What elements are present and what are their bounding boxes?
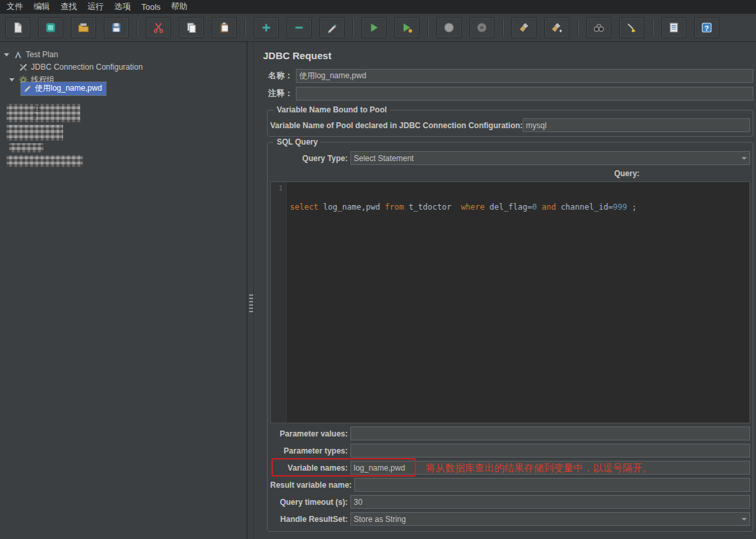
reset-search-button[interactable] <box>619 17 644 38</box>
sql-editor[interactable]: 1 select log_name,pwd from t_tdoctor whe… <box>270 181 750 423</box>
toggle-pencil-icon <box>326 22 338 34</box>
new-file-button[interactable] <box>5 17 30 38</box>
collapse-all-button[interactable] <box>287 17 312 38</box>
line-number: 1 <box>278 184 283 193</box>
redacted-char: 3 <box>33 113 37 120</box>
result-variable-input[interactable] <box>354 478 750 492</box>
toolbar-separator <box>577 19 579 36</box>
redacted-tree-item[interactable]: 任 3 <box>7 104 80 122</box>
menu-bar: 文件 编辑 查找 运行 选项 Tools 帮助 <box>0 0 756 14</box>
toolbar-separator <box>137 19 138 36</box>
menu-help[interactable]: 帮助 <box>166 0 193 14</box>
clear-all-broom-icon <box>551 22 563 34</box>
templates-button[interactable] <box>38 17 63 38</box>
sql-token: channel_id= <box>556 202 613 212</box>
redacted-tree-item[interactable] <box>7 125 63 141</box>
toolbar-separator <box>652 19 653 36</box>
query-caption: Query: <box>270 169 750 179</box>
redacted-tree-item[interactable] <box>7 155 83 167</box>
start-no-pauses-button[interactable] <box>394 17 419 38</box>
copy-button[interactable] <box>179 17 204 38</box>
expand-all-button[interactable] <box>254 17 279 38</box>
pool-variable-input[interactable] <box>523 118 750 132</box>
expander-icon[interactable] <box>9 78 14 82</box>
tree-item-label: 使用log_name,pwd <box>35 83 102 94</box>
clear-button[interactable] <box>511 17 536 38</box>
sql-token: and <box>542 202 556 212</box>
sql-token: where <box>461 202 484 212</box>
redacted-tree-item[interactable] <box>9 143 43 152</box>
clear-broom-icon <box>518 22 530 34</box>
query-type-select[interactable]: Select Statement <box>350 151 750 165</box>
start-button[interactable] <box>362 17 387 38</box>
variable-names-label: Variable names: <box>270 463 350 473</box>
toolbar-separator <box>427 19 429 36</box>
pool-variable-row: Variable Name of Pool declared in JDBC C… <box>270 118 750 132</box>
handle-resultset-select[interactable]: Store as String <box>350 512 750 526</box>
sql-code-area[interactable]: select log_name,pwd from t_tdoctor where… <box>287 182 749 423</box>
function-helper-button[interactable] <box>661 17 686 38</box>
name-row: 名称： <box>268 69 753 83</box>
name-input[interactable] <box>296 69 753 83</box>
comment-input[interactable] <box>296 87 753 101</box>
tree-item-jdbc-request-selected[interactable]: 使用log_name,pwd <box>21 83 106 95</box>
query-timeout-input[interactable] <box>350 495 750 509</box>
search-button[interactable] <box>586 17 611 38</box>
jdbc-request-pencil-icon <box>23 84 32 93</box>
parameter-types-input[interactable] <box>350 444 750 457</box>
cut-button[interactable] <box>146 17 171 38</box>
paste-button[interactable] <box>212 17 237 38</box>
query-type-label: Query Type: <box>270 154 350 163</box>
menu-file[interactable]: 文件 <box>1 0 28 14</box>
config-element-icon <box>18 62 28 72</box>
menu-edit[interactable]: 编辑 <box>28 0 55 14</box>
menu-options[interactable]: 选项 <box>109 0 136 14</box>
sql-token <box>537 202 542 212</box>
start-icon <box>368 22 380 34</box>
toggle-button[interactable] <box>319 17 344 38</box>
comment-label: 注释： <box>268 88 296 99</box>
svg-text:?: ? <box>705 24 709 32</box>
toolbar: ? <box>0 14 756 42</box>
jdbc-request-panel: JDBC Request 名称： 注释： Variable Name Bound… <box>254 42 756 539</box>
parameter-values-row: Parameter values: <box>270 427 750 440</box>
stop-button[interactable] <box>437 17 461 38</box>
chevron-down-icon <box>742 518 747 521</box>
sql-token: t_tdoctor <box>404 202 461 212</box>
expander-icon[interactable] <box>4 53 9 57</box>
binoculars-icon <box>593 22 605 34</box>
test-plan-tree: Test Plan JDBC Connection Configuration … <box>0 42 247 539</box>
save-button[interactable] <box>104 17 129 38</box>
jmeter-window: 文件 编辑 查找 运行 选项 Tools 帮助 <box>0 0 756 539</box>
clear-all-button[interactable] <box>544 17 569 38</box>
tree-item-label: JDBC Connection Configuration <box>31 62 143 72</box>
menu-tools[interactable]: Tools <box>136 1 166 13</box>
menu-run[interactable]: 运行 <box>82 0 109 14</box>
paste-icon <box>218 22 230 34</box>
query-timeout-row: Query timeout (s): <box>270 495 750 509</box>
save-icon <box>110 22 122 34</box>
sql-token: ; <box>627 202 636 212</box>
shutdown-icon <box>476 22 488 34</box>
sql-code-line: select log_name,pwd from t_tdoctor where… <box>290 202 749 212</box>
reset-search-icon <box>626 22 638 34</box>
tree-item-jdbc-connection-configuration[interactable]: JDBC Connection Configuration <box>18 61 143 73</box>
open-file-button[interactable] <box>71 17 96 38</box>
menu-search[interactable]: 查找 <box>55 0 82 14</box>
query-timeout-label: Query timeout (s): <box>270 498 350 507</box>
tree-item-label: Test Plan <box>26 50 58 59</box>
templates-icon <box>45 22 57 34</box>
sql-token: 999 <box>613 202 627 212</box>
pool-variable-label: Variable Name of Pool declared in JDBC C… <box>270 121 523 130</box>
sql-query-group: SQL Query Query Type: Select Statement Q… <box>267 142 753 532</box>
new-file-icon <box>12 22 24 34</box>
panel-splitter[interactable] <box>247 42 254 539</box>
query-type-value: Select Statement <box>354 154 413 163</box>
redacted-char: 任 <box>34 105 41 114</box>
pool-group: Variable Name Bound to Pool Variable Nam… <box>267 110 753 137</box>
help-button[interactable]: ? <box>694 17 719 38</box>
start-no-pauses-icon <box>401 22 413 34</box>
parameter-values-input[interactable] <box>350 427 750 440</box>
shutdown-button[interactable] <box>469 17 494 38</box>
tree-item-test-plan[interactable]: Test Plan <box>4 49 58 60</box>
